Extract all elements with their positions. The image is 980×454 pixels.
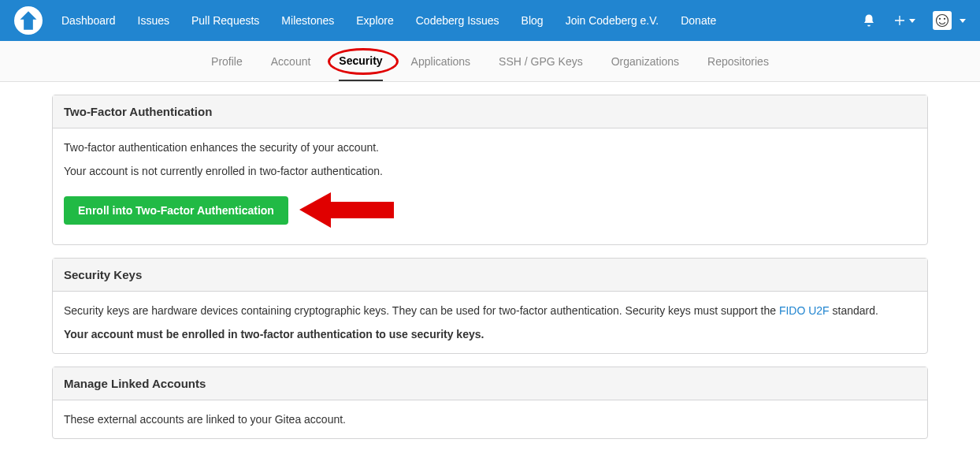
- panel-two-factor: Two-Factor Authentication Two-factor aut…: [52, 95, 928, 245]
- keys-note: Your account must be enrolled in two-fac…: [64, 328, 916, 340]
- fido-u2f-link[interactable]: FIDO U2F: [779, 304, 830, 317]
- panel-header: Manage Linked Accounts: [53, 367, 927, 400]
- panel-linked-accounts: Manage Linked Accounts These external ac…: [52, 367, 928, 439]
- twofa-desc-1: Two-factor authentication enhances the s…: [64, 141, 916, 154]
- nav-explore[interactable]: Explore: [356, 14, 393, 27]
- panel-body: Security keys are hardware devices conta…: [53, 292, 927, 353]
- keys-desc: Security keys are hardware devices conta…: [64, 304, 916, 317]
- avatar: [933, 11, 952, 30]
- nav-dashboard[interactable]: Dashboard: [61, 14, 116, 27]
- arrow-annotation: [299, 188, 394, 232]
- tab-label: Security: [339, 54, 382, 67]
- tab-organizations[interactable]: Organizations: [611, 43, 679, 80]
- tab-applications[interactable]: Applications: [411, 43, 471, 80]
- panel-body: These external accounts are linked to yo…: [53, 400, 927, 438]
- nav-join[interactable]: Join Codeberg e.V.: [566, 14, 659, 27]
- panel-body: Two-factor authentication enhances the s…: [53, 128, 927, 244]
- twofa-desc-2: Your account is not currently enrolled i…: [64, 165, 916, 177]
- user-menu[interactable]: [933, 11, 966, 30]
- nav-issues[interactable]: Issues: [138, 14, 169, 27]
- content: Two-Factor Authentication Two-factor aut…: [46, 95, 934, 439]
- nav-pull-requests[interactable]: Pull Requests: [191, 14, 259, 27]
- svg-point-2: [937, 15, 948, 27]
- tab-security[interactable]: Security: [339, 42, 382, 81]
- top-nav: Dashboard Issues Pull Requests Milestone…: [0, 0, 980, 41]
- nav-right: [862, 11, 966, 30]
- logo[interactable]: [14, 6, 43, 35]
- svg-marker-3: [299, 192, 394, 228]
- nav-items: Dashboard Issues Pull Requests Milestone…: [61, 14, 716, 27]
- nav-donate[interactable]: Donate: [681, 14, 716, 27]
- panel-header: Two-Factor Authentication: [53, 95, 927, 128]
- nav-milestones[interactable]: Milestones: [281, 14, 334, 27]
- keys-desc-after: standard.: [830, 304, 878, 317]
- nav-blog[interactable]: Blog: [522, 14, 544, 27]
- create-menu[interactable]: [893, 14, 915, 27]
- panel-header: Security Keys: [53, 259, 927, 292]
- tab-account[interactable]: Account: [271, 43, 311, 80]
- tab-repositories[interactable]: Repositories: [707, 43, 769, 80]
- caret-down-icon: [909, 19, 915, 23]
- tab-ssh-gpg[interactable]: SSH / GPG Keys: [499, 43, 583, 80]
- enroll-2fa-button[interactable]: Enroll into Two-Factor Authentication: [64, 196, 288, 225]
- linked-desc: These external accounts are linked to yo…: [64, 413, 916, 426]
- bell-icon[interactable]: [862, 13, 876, 28]
- svg-point-0: [939, 18, 941, 20]
- panel-security-keys: Security Keys Security keys are hardware…: [52, 258, 928, 354]
- keys-desc-before: Security keys are hardware devices conta…: [64, 304, 779, 317]
- tabs-bar: Profile Account Security Applications SS…: [0, 41, 980, 82]
- tab-profile[interactable]: Profile: [211, 43, 243, 80]
- nav-codeberg-issues[interactable]: Codeberg Issues: [416, 14, 499, 27]
- svg-point-1: [944, 18, 945, 20]
- caret-down-icon: [960, 19, 966, 23]
